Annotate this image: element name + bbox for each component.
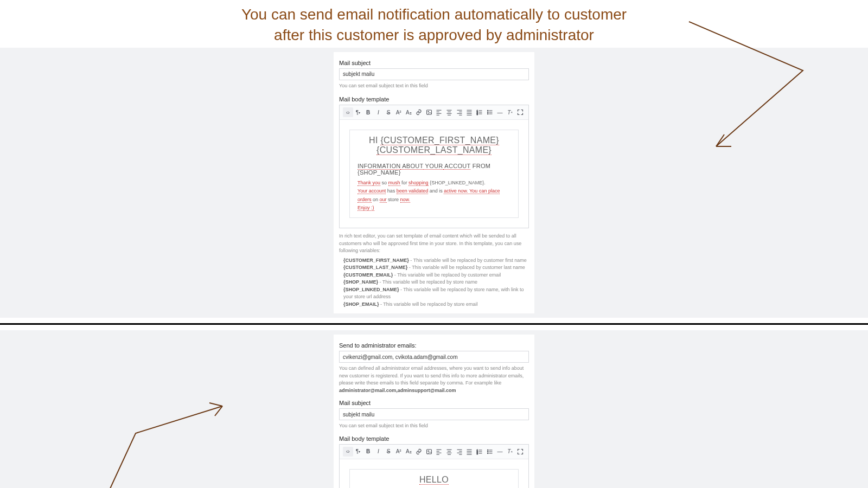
template-section-title: INFORMATION ABOUT YOUR ACCOUT FROM {SHOP… [358,163,510,176]
horizontal-rule-icon[interactable]: ― [495,447,505,457]
svg-point-7 [487,113,488,114]
svg-point-15 [487,453,488,454]
mail-subject-help-2: You can set email subject text in this f… [339,422,529,430]
horizontal-rule-icon[interactable]: ― [495,107,505,117]
svg-text:3: 3 [477,113,478,115]
admin-emails-label: Send to administrator emails: [339,342,529,349]
section-divider [0,323,868,325]
editor-canvas-2[interactable]: HELLO NEW CUSTOMER REGISTERED TO YOUR ST… [340,459,528,488]
editor-canvas[interactable]: HI {CUSTOMER_FIRST_NAME} {CUSTOMER_LAST_… [340,120,528,228]
svg-point-14 [487,451,488,452]
admin-emails-help: You can defined all administrator email … [339,365,529,394]
superscript-icon[interactable]: A² [393,447,404,457]
hero-top-line2: after this customer is approved by admin… [98,25,770,46]
align-justify-icon[interactable] [464,447,475,457]
unordered-list-icon[interactable] [484,107,495,117]
editor-toolbar: ‹› ¶▾ B I S A² A₂ [340,105,528,120]
hero-top-line1: You can send email notification automati… [98,4,770,25]
svg-point-13 [487,450,488,451]
align-left-icon[interactable] [434,107,444,117]
mail-subject-label-2: Mail subject [339,400,529,406]
align-right-icon[interactable] [454,107,464,117]
strike-icon[interactable]: S [384,107,394,117]
align-center-icon[interactable] [444,447,455,457]
subscript-icon[interactable]: A₂ [404,447,414,457]
template-body: Thank you so mush for shopping {SHOP_LIN… [358,179,510,212]
strike-icon[interactable]: S [384,447,394,457]
bold-icon[interactable]: B [363,447,373,457]
ordered-list-icon[interactable]: 123 [475,447,485,457]
editor-help: In rich text editor, you can set templat… [339,233,529,255]
svg-point-9 [427,451,429,452]
align-justify-icon[interactable] [464,107,475,117]
mail-body-label-2: Mail body template [339,435,529,442]
mail-subject-input-2[interactable] [339,408,529,420]
svg-point-1 [427,111,429,112]
admin-emails-input[interactable] [339,351,529,363]
italic-icon[interactable]: I [373,447,384,457]
svg-text:3: 3 [477,452,478,454]
hero-top: You can send email notification automati… [0,0,868,48]
svg-point-6 [487,112,488,113]
template-heading-2: HELLO [358,475,510,485]
subscript-icon[interactable]: A₂ [404,107,414,117]
code-view-icon[interactable]: ‹› [343,447,353,457]
svg-rect-8 [426,450,431,454]
editor-toolbar-2: ‹› ¶▾ B I S A² A₂ 123 [340,445,528,459]
italic-icon[interactable]: I [373,107,384,117]
bold-icon[interactable]: B [363,107,373,117]
clear-format-icon[interactable]: T× [505,447,515,457]
align-center-icon[interactable] [444,107,455,117]
fullscreen-icon[interactable] [515,107,525,117]
variables-list: {CUSTOMER_FIRST_NAME} - This variable wi… [339,257,529,309]
link-icon[interactable] [414,447,424,457]
mail-body-label: Mail body template [339,96,529,102]
clear-format-icon[interactable]: T× [505,107,515,117]
image-icon[interactable] [424,447,434,457]
unordered-list-icon[interactable] [484,447,495,457]
align-left-icon[interactable] [434,447,444,457]
rich-text-editor: ‹› ¶▾ B I S A² A₂ [339,105,529,228]
svg-point-5 [487,110,488,111]
mail-subject-label: Mail subject [339,60,529,66]
image-icon[interactable] [424,107,434,117]
fullscreen-icon[interactable] [515,447,525,457]
superscript-icon[interactable]: A² [393,107,404,117]
code-view-icon[interactable]: ‹› [343,107,353,117]
rich-text-editor-2: ‹› ¶▾ B I S A² A₂ 123 [339,444,529,488]
svg-rect-0 [426,110,431,114]
paragraph-format-icon[interactable]: ¶▾ [353,447,363,457]
paragraph-format-icon[interactable]: ¶▾ [353,107,363,117]
mail-subject-input[interactable] [339,68,529,80]
template-heading: HI {CUSTOMER_FIRST_NAME} {CUSTOMER_LAST_… [358,136,510,155]
ordered-list-icon[interactable]: 123 [475,107,485,117]
align-right-icon[interactable] [454,447,464,457]
link-icon[interactable] [414,107,424,117]
mail-subject-help: You can set email subject text in this f… [339,82,529,90]
